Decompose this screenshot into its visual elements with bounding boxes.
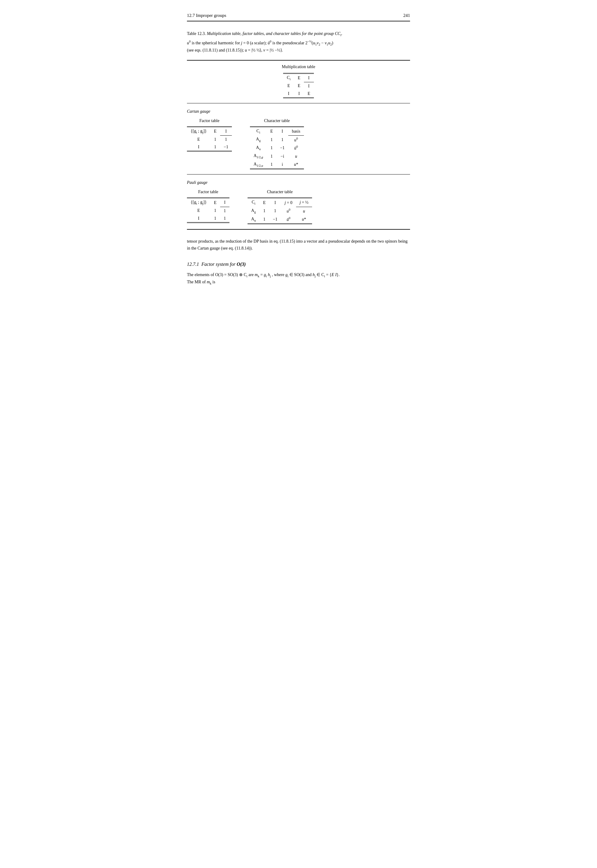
intro-line1: u0 is the spherical harmonic for j = 0 (… [187,41,333,45]
pauli-char-Au-I: −1 [269,215,281,224]
multiplication-table-container: Ci E I E E I I I E [187,73,410,98]
pauli-char-col-I: I [269,198,281,207]
pauli-character-title: Character table [248,189,312,195]
multiplication-table: Ci E I E E I I I E [283,73,313,98]
pauli-gauge-section: Pauli gauge Factor table {[gi ; gj]} E I [187,175,410,229]
cartan-character-title: Character table [250,117,304,124]
cartan-char-Ag-basis: u0 [288,135,304,144]
pauli-character-table: Ci E I j = 0 j = ½ Ag 1 1 u0 [248,197,312,224]
cartan-char-Ag-I: 1 [276,135,288,144]
cartan-character-table-block: Character table Ci E I basis Ag 1 [250,117,304,170]
table-label: Table 12.3. [187,31,206,36]
pauli-char-Ag-label: Ag [248,207,259,215]
intro-line2: (see eqs. (11.8.11) and (11.8.15)); u = … [187,48,283,52]
pauli-char-Ag-E: 1 [259,207,269,215]
pauli-char-col-ci: Ci [248,198,259,207]
cartan-factor-col1: {[gi ; gj]} [187,127,211,135]
cartan-char-A12u-I: i [276,160,288,169]
section-body: The elements of O(3) = SO(3) ⊗ Ci are mk… [187,271,410,286]
header-section: 12.7 Improper groups [187,12,226,19]
pauli-factor-table-block: Factor table {[gi ; gj]} E I E 1 1 [187,189,229,223]
cartan-factor-I-E: 1 [211,143,220,151]
section-title: Factor system for [201,262,236,267]
cartan-char-Au-label: Au [250,144,267,152]
mult-row-E-I: I [304,82,314,90]
cartan-factor-colE: E [211,127,220,135]
header-page-number: 241 [404,12,410,19]
cartan-factor-E-I: 1 [220,135,232,143]
pauli-char-col-E: E [259,198,269,207]
section-body-line1: The elements of O(3) = SO(3) ⊗ Ci are mk… [187,271,410,279]
pauli-factor-I-label: I [187,215,211,223]
cartan-two-table-row: Factor table {[gi ; gj]} E I E 1 1 [187,117,410,175]
section-bold: O(3) [237,262,246,267]
page-header: 12.7 Improper groups 241 [187,12,410,21]
cartan-factor-I-I: −1 [220,143,232,151]
cartan-factor-E-label: E [187,135,211,143]
pauli-factor-colE: E [211,198,220,207]
mult-row-E-label: E [283,82,294,90]
cartan-char-col-E: E [267,127,276,135]
cartan-char-A12u-label: A1/2,u [250,160,267,169]
pauli-factor-colI: I [220,198,229,207]
cartan-factor-table: {[gi ; gj]} E I E 1 1 I 1 [187,126,232,152]
cartan-factor-I-label: I [187,143,211,151]
pauli-char-Au-E: 1 [259,215,269,224]
pauli-factor-I-E: 1 [211,215,220,223]
section-body-line2: The MR of mk is [187,279,410,286]
pauli-gauge-label: Pauli gauge [187,175,410,189]
cartan-char-col-I: I [276,127,288,135]
cartan-char-Au-E: 1 [267,144,276,152]
cartan-char-A12g-E: 1 [267,152,276,160]
section-heading: 12.7.1 Factor system for O(3) [187,261,410,268]
pauli-factor-E-I: 1 [220,207,229,215]
pauli-factor-I-I: 1 [220,215,229,223]
pauli-character-table-block: Character table Ci E I j = 0 j = ½ [248,189,312,224]
cartan-char-A12g-basis: u [288,152,304,160]
cartan-char-A12g-label: A1/2,g [250,152,267,160]
pauli-char-Ag-j0: u0 [281,207,296,215]
pauli-factor-col1: {[gi ; gj]} [187,198,211,207]
cartan-char-A12u-basis: u* [288,160,304,169]
pauli-two-table-row: Factor table {[gi ; gj]} E I E 1 1 [187,189,410,229]
cartan-factor-title: Factor table [187,117,232,124]
main-table-section: Multiplication table Ci E I E E I [187,60,410,230]
cartan-char-col-ci: Ci [250,127,267,135]
multiplication-table-section: Multiplication table Ci E I E E I [187,61,410,103]
cartan-char-Ag-E: 1 [267,135,276,144]
cartan-factor-table-block: Factor table {[gi ; gj]} E I E 1 1 [187,117,232,152]
cartan-character-table: Ci E I basis Ag 1 1 u0 [250,126,304,170]
pauli-factor-E-label: E [187,207,211,215]
mult-col-header-I: I [304,73,314,82]
mult-col-header-E: E [294,73,304,82]
mult-col-header-ci: Ci [283,73,294,82]
cartan-factor-E-E: 1 [211,135,220,143]
pauli-char-col-j0: j = 0 [281,198,296,207]
table-caption: Table 12.3. Multiplication table, factor… [187,30,410,38]
pauli-char-Au-j0: ū0 [281,215,296,224]
cartan-gauge-section: Cartan gauge Factor table {[gi ; gj]} E … [187,104,410,175]
pauli-char-Au-label: Au [248,215,259,224]
cartan-gauge-label: Cartan gauge [187,104,410,117]
pauli-char-col-j12: j = ½ [296,198,312,207]
cartan-factor-colI: I [220,127,232,135]
cartan-char-col-basis: basis [288,127,304,135]
body-text: tensor products, as the reduction of the… [187,238,410,252]
pauli-char-Ag-j12: u [296,207,312,215]
pauli-factor-table: {[gi ; gj]} E I E 1 1 I 1 [187,197,229,223]
pauli-factor-title: Factor table [187,189,229,195]
cartan-char-Au-I: −1 [276,144,288,152]
mult-row-I-label: I [283,90,294,98]
section-number: 12.7.1 [187,262,199,267]
cartan-char-A12g-I: −i [276,152,288,160]
mult-row-I-I: E [304,90,314,98]
cartan-char-Ag-label: Ag [250,135,267,144]
pauli-char-Au-j12: u* [296,215,312,224]
mult-row-E-E: E [294,82,304,90]
table-intro: u0 is the spherical harmonic for j = 0 (… [187,39,410,54]
pauli-char-Ag-I: 1 [269,207,281,215]
pauli-factor-E-E: 1 [211,207,220,215]
cartan-char-Au-basis: ū0 [288,144,304,152]
mult-row-I-E: I [294,90,304,98]
multiplication-table-title: Multiplication table [187,64,410,70]
